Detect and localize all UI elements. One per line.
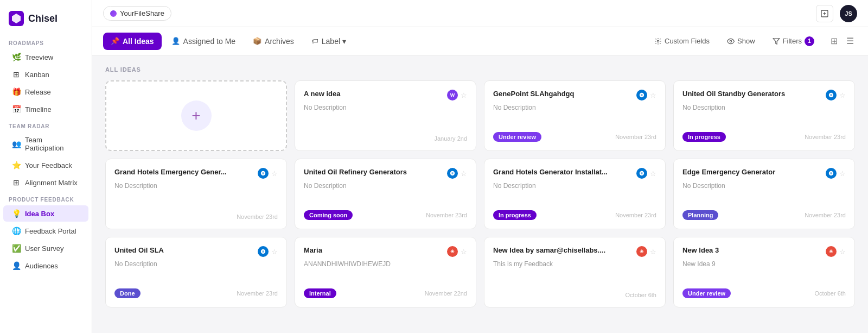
filters-button[interactable]: Filters 1 <box>768 34 819 48</box>
card-footer: Under review November 23rd <box>493 129 656 142</box>
card-footer: November 23rd <box>114 210 278 220</box>
project-dot <box>110 10 117 17</box>
star-icon[interactable]: ☆ <box>461 169 467 178</box>
card-date: November 23rd <box>615 212 656 218</box>
team-participation-icon: 👥 <box>12 140 21 148</box>
tab-archives-label: Archives <box>265 37 294 46</box>
card-icons: ✳ ☆ <box>447 246 467 257</box>
card-description: No Description <box>682 104 846 111</box>
badge-salesforce <box>258 168 269 179</box>
card-header: United Oil Refinery Generators ☆ <box>304 168 467 179</box>
card-description: ANANNDHIWHIWDIHEWEJD <box>304 260 467 268</box>
user-avatar[interactable]: JS <box>840 5 857 22</box>
sidebar-item-audiences[interactable]: 👤 Audiences <box>3 257 88 274</box>
treeview-icon: 🌿 <box>12 53 21 61</box>
tab-all-ideas-label: All Ideas <box>123 37 154 46</box>
tab-all-ideas[interactable]: 📌 All Ideas <box>103 33 162 50</box>
star-icon[interactable]: ☆ <box>650 91 656 99</box>
star-icon[interactable]: ☆ <box>461 91 467 99</box>
project-selector[interactable]: YourFileShare <box>103 6 171 21</box>
grid-view-button[interactable]: ⊞ <box>827 34 841 48</box>
sidebar-item-your-feedback[interactable]: ⭐ Your Feedback <box>3 157 88 173</box>
idea-card-5[interactable]: United Oil Refinery Generators ☆ No Desc… <box>295 159 476 229</box>
sidebar-item-label: User Survey <box>25 244 64 253</box>
card-header: New Idea 3 ✳ ☆ <box>682 246 846 257</box>
card-title: A new idea <box>304 90 443 99</box>
star-icon[interactable]: ☆ <box>271 169 278 178</box>
sidebar-item-release[interactable]: 🎁 Release <box>3 84 88 100</box>
card-footer: Done November 23rd <box>114 285 278 298</box>
star-icon[interactable]: ☆ <box>839 91 846 99</box>
show-button[interactable]: Show <box>723 35 760 47</box>
sidebar-item-kanban[interactable]: ⊞ Kanban <box>3 66 88 83</box>
card-description: This is my Feedback <box>493 260 656 268</box>
card-footer: Coming soon November 23rd <box>304 207 467 220</box>
tab-assigned-me[interactable]: 👤 Assigned to Me <box>164 33 244 50</box>
idea-card-1[interactable]: A new idea W ☆ No Description January 2n… <box>295 80 476 151</box>
notifications-button[interactable] <box>816 5 833 22</box>
app-logo[interactable]: Chisel <box>0 7 92 35</box>
star-icon[interactable]: ☆ <box>839 248 846 256</box>
idea-card-9[interactable]: Maria ✳ ☆ ANANNDHIWHIWDIHEWEJD Internal … <box>295 237 476 307</box>
idea-card-10[interactable]: New Idea by samar@chisellabs.... ✳ ☆ Thi… <box>484 237 666 307</box>
audiences-icon: 👤 <box>12 261 21 270</box>
card-title: Maria <box>304 246 443 255</box>
card-date: October 6th <box>815 290 846 297</box>
idea-card-8[interactable]: United Oil SLA ☆ No Description Done Nov… <box>105 237 287 307</box>
list-view-button[interactable]: ☰ <box>843 34 857 48</box>
card-title: GenePoint SLAhgahdgq <box>493 90 632 99</box>
card-description: No Description <box>304 182 467 190</box>
card-icons: ☆ <box>826 168 846 179</box>
topbar: YourFileShare JS <box>92 0 868 27</box>
card-header: New Idea by samar@chisellabs.... ✳ ☆ <box>493 246 656 257</box>
sidebar-item-alignment-matrix[interactable]: ⊞ Alignment Matrix <box>3 174 88 191</box>
card-footer: October 6th <box>493 288 656 298</box>
sidebar-item-team-participation[interactable]: 👥 Team Participation <box>3 132 88 156</box>
sidebar-item-label: Team Participation <box>25 136 80 152</box>
tab-archives[interactable]: 📦 Archives <box>245 33 302 50</box>
badge-salesforce <box>826 168 837 179</box>
card-date: November 23rd <box>426 212 467 218</box>
badge-salesforce <box>258 246 269 257</box>
badge-salesforce <box>636 168 647 179</box>
timeline-icon: 📅 <box>12 105 21 114</box>
sidebar-item-feedback-portal[interactable]: 🌐 Feedback Portal <box>3 223 88 239</box>
card-icons: ☆ <box>636 168 656 179</box>
card-title: New Idea by samar@chisellabs.... <box>493 246 632 255</box>
sidebar-item-timeline[interactable]: 📅 Timeline <box>3 101 88 117</box>
sidebar-item-treeview[interactable]: 🌿 Treeview <box>3 49 88 65</box>
sidebar-item-label: Audiences <box>25 262 58 270</box>
tab-assigned-me-label: Assigned to Me <box>183 37 236 46</box>
sidebar-item-label: Alignment Matrix <box>25 179 78 187</box>
idea-card-7[interactable]: Edge Emergency Generator ☆ No Descriptio… <box>673 159 855 229</box>
card-title: Grand Hotels Emergency Gener... <box>114 168 253 177</box>
idea-card-11[interactable]: New Idea 3 ✳ ☆ New Idea 9 Under review O… <box>673 237 855 307</box>
section-label-product-feedback: PRODUCT FEEDBACK <box>0 191 92 205</box>
custom-fields-button[interactable]: Custom Fields <box>650 35 714 47</box>
status-badge: Planning <box>682 210 718 220</box>
tab-label[interactable]: 🏷 Label ▾ <box>304 33 354 50</box>
kanban-icon: ⊞ <box>12 70 21 79</box>
card-title: Edge Emergency Generator <box>682 168 821 177</box>
assigned-me-icon: 👤 <box>171 37 180 45</box>
card-description: No Description <box>493 104 656 111</box>
badge-w: W <box>447 90 458 100</box>
card-date: January 2nd <box>434 135 467 142</box>
card-footer: In progress November 23rd <box>493 207 656 220</box>
idea-card-6[interactable]: Grand Hotels Generator Installat... ☆ No… <box>484 159 666 229</box>
sidebar-item-user-survey[interactable]: ✅ User Survey <box>3 240 88 256</box>
add-idea-card[interactable]: + <box>105 80 287 151</box>
star-icon[interactable]: ☆ <box>461 248 467 256</box>
sidebar-item-idea-box[interactable]: 💡 Idea Box <box>3 205 88 222</box>
idea-card-4[interactable]: Grand Hotels Emergency Gener... ☆ No Des… <box>105 159 287 229</box>
star-icon[interactable]: ☆ <box>650 169 656 178</box>
star-icon[interactable]: ☆ <box>839 169 846 178</box>
star-icon[interactable]: ☆ <box>271 248 278 256</box>
section-label-roadmaps: ROADMAPS <box>0 35 92 48</box>
card-icons: ☆ <box>258 246 278 257</box>
badge-red: ✳ <box>447 246 458 257</box>
star-icon[interactable]: ☆ <box>650 248 656 256</box>
idea-card-3[interactable]: United Oil Standby Generators ☆ No Descr… <box>673 80 855 151</box>
tabbar: 📌 All Ideas 👤 Assigned to Me 📦 Archives … <box>92 27 868 55</box>
idea-card-2[interactable]: GenePoint SLAhgahdgq ☆ No Description Un… <box>484 80 666 151</box>
